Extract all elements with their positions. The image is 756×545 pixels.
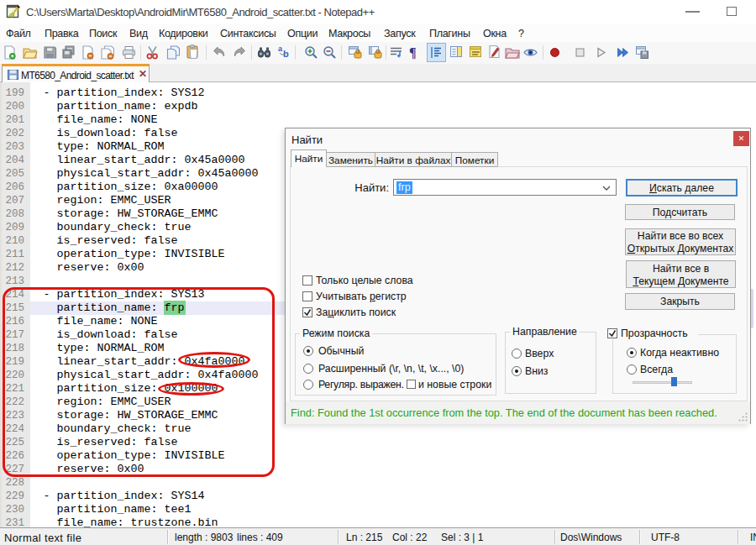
svg-text:¶: ¶: [409, 45, 417, 60]
svg-text:b: b: [283, 49, 289, 59]
